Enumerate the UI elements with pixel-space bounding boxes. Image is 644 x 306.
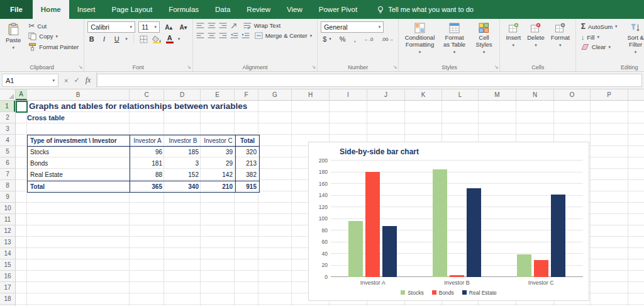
column-header-L[interactable]: L	[442, 89, 479, 100]
column-header-K[interactable]: K	[405, 89, 442, 100]
font-color-button[interactable]: A	[166, 35, 174, 43]
ribbon-tab-file[interactable]: File	[0, 0, 33, 19]
increase-indent-button[interactable]	[242, 32, 250, 39]
column-header-P[interactable]: P	[591, 89, 628, 100]
insert-cells-button[interactable]: Insert ▾	[503, 21, 523, 49]
sort-filter-button[interactable]: Sort & Filter ▾	[622, 21, 644, 56]
row-header-1[interactable]: 1	[0, 101, 15, 112]
align-top-button[interactable]	[196, 22, 204, 29]
align-center-button[interactable]	[208, 32, 216, 39]
ribbon-tab-view[interactable]: View	[279, 0, 311, 19]
legend-item-real-estate[interactable]: Real Estate	[462, 290, 497, 296]
formula-input[interactable]	[97, 74, 642, 87]
underline-button[interactable]: U	[113, 35, 121, 43]
table-header-cell[interactable]: Total	[235, 135, 259, 147]
row-header-15[interactable]: 15	[0, 259, 15, 271]
row-header-4[interactable]: 4	[0, 135, 15, 146]
row-header-12[interactable]: 12	[0, 225, 15, 237]
table-cell[interactable]: 185	[165, 147, 201, 158]
row-header-3[interactable]: 3	[0, 123, 15, 135]
column-header-H[interactable]: H	[292, 89, 330, 100]
fill-button[interactable]: ↓Fill▾	[579, 33, 619, 42]
ribbon-tab-power-pivot[interactable]: Power Pivot	[311, 0, 365, 19]
fill-color-button[interactable]	[152, 35, 162, 43]
insert-function-button[interactable]: fx	[86, 76, 91, 85]
clear-button[interactable]: Clear▾	[579, 43, 619, 51]
table-cell[interactable]: 3	[165, 158, 201, 169]
comma-style-button[interactable]: ,	[352, 35, 358, 43]
bar-stocks-investor-b[interactable]	[433, 169, 447, 277]
enter-button[interactable]: ✓	[74, 76, 79, 84]
number-format-combo[interactable]: General▾	[321, 21, 384, 33]
row-header-2[interactable]: 2	[0, 112, 15, 123]
table-cell[interactable]: 142	[201, 169, 235, 181]
column-header-G[interactable]: G	[258, 89, 292, 100]
table-cell[interactable]: 210	[201, 181, 235, 192]
format-cells-button[interactable]: Format ▾	[548, 21, 572, 49]
select-all-corner[interactable]	[0, 89, 16, 100]
bar-bonds-investor-a[interactable]	[365, 172, 380, 277]
row-header-16[interactable]: 16	[0, 271, 15, 282]
cell-grid[interactable]: Graphs and tables for relationships betw…	[16, 101, 644, 306]
wrap-text-button[interactable]: Wrap Text	[242, 21, 282, 30]
autosum-button[interactable]: ΣAutoSum▾	[579, 21, 619, 31]
conditional-formatting-button[interactable]: Conditional Formatting ▾	[402, 21, 437, 56]
row-header-10[interactable]: 10	[0, 203, 15, 214]
column-header-I[interactable]: I	[330, 89, 367, 100]
clipboard-dialog-launcher[interactable]: ↘	[78, 65, 82, 70]
table-cell[interactable]: 915	[235, 181, 259, 192]
row-header-11[interactable]: 11	[0, 214, 15, 225]
increase-decimal-button[interactable]: ←.0	[362, 36, 375, 43]
column-header-J[interactable]: J	[367, 89, 405, 100]
table-header-cell[interactable]: Type of investment \ Investor	[28, 135, 130, 147]
legend-item-stocks[interactable]: Stocks	[401, 290, 424, 296]
table-cell[interactable]: 365	[130, 181, 165, 192]
column-header-M[interactable]: M	[479, 89, 516, 100]
cut-button[interactable]: ✂Cut	[26, 21, 80, 30]
table-cell[interactable]: 382	[235, 169, 259, 181]
bold-button[interactable]: B	[87, 35, 96, 43]
bar-real-estate-investor-a[interactable]	[382, 226, 397, 277]
align-left-button[interactable]	[196, 32, 204, 39]
ribbon-tab-insert[interactable]: Insert	[69, 0, 104, 19]
row-header-6[interactable]: 6	[0, 157, 15, 169]
column-header-N[interactable]: N	[516, 89, 554, 100]
column-header-A[interactable]: A	[16, 89, 27, 100]
table-cell[interactable]: 181	[130, 158, 165, 169]
table-cell[interactable]: Stocks	[28, 147, 130, 158]
ribbon-tab-data[interactable]: Data	[207, 0, 238, 19]
column-header-F[interactable]: F	[235, 89, 258, 100]
row-header-18[interactable]: 18	[0, 293, 15, 305]
font-family-combo[interactable]: Calibri▾	[87, 21, 135, 33]
cell-styles-button[interactable]: Cell Styles ▾	[471, 21, 496, 56]
percent-style-button[interactable]: %	[338, 35, 348, 43]
table-header-cell[interactable]: Investor B	[165, 135, 201, 147]
bar-bonds-investor-c[interactable]	[534, 260, 548, 277]
table-cell[interactable]: 29	[201, 158, 235, 169]
legend-item-bonds[interactable]: Bonds	[432, 290, 454, 296]
table-cell[interactable]: 340	[165, 181, 201, 192]
row-header-14[interactable]: 14	[0, 248, 15, 259]
copy-button[interactable]: Copy▾	[26, 31, 80, 41]
orientation-button[interactable]	[230, 22, 238, 29]
row-header-5[interactable]: 5	[0, 146, 15, 157]
table-cell[interactable]: Real Estate	[28, 169, 130, 181]
column-header-E[interactable]: E	[201, 89, 235, 100]
bar-chart[interactable]: Side-by-side bar chart 02040608010012014…	[308, 142, 589, 301]
table-cell[interactable]: 320	[235, 147, 259, 158]
column-header-O[interactable]: O	[554, 89, 591, 100]
row-header-8[interactable]: 8	[0, 180, 15, 191]
table-cell[interactable]: 152	[165, 169, 201, 181]
column-header-B[interactable]: B	[27, 89, 130, 100]
bar-real-estate-investor-c[interactable]	[551, 195, 565, 277]
align-middle-button[interactable]	[208, 22, 216, 29]
italic-button[interactable]: I	[100, 35, 108, 43]
align-right-button[interactable]	[219, 32, 227, 39]
borders-button[interactable]	[140, 35, 148, 43]
alignment-dialog-launcher[interactable]: ↘	[312, 65, 316, 70]
table-cell[interactable]: 88	[130, 169, 165, 181]
bar-stocks-investor-a[interactable]	[348, 221, 363, 277]
row-header-7[interactable]: 7	[0, 169, 15, 180]
row-header-17[interactable]: 17	[0, 282, 15, 293]
ribbon-tab-page-layout[interactable]: Page Layout	[104, 0, 161, 19]
